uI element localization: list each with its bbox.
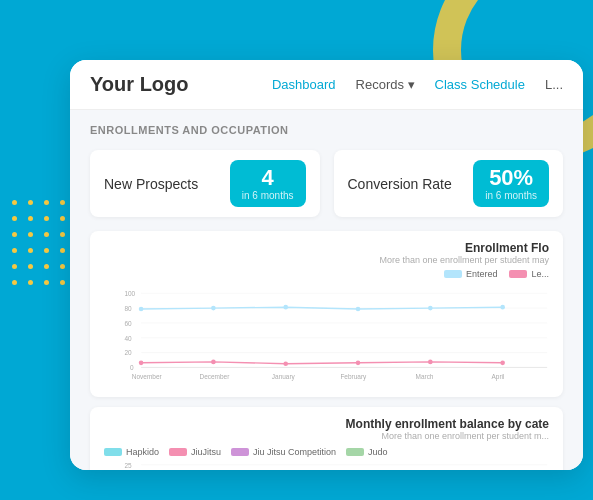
stat-card-prospects: New Prospects 4 in 6 months bbox=[90, 150, 320, 217]
svg-point-22 bbox=[428, 360, 433, 365]
legend-label-entered: Entered bbox=[466, 269, 498, 279]
stat-label-prospects: New Prospects bbox=[104, 176, 198, 192]
section-title: ENROLLMENTS AND OCCUPATION bbox=[90, 124, 563, 136]
legend-label-left: Le... bbox=[531, 269, 549, 279]
main-card: Your Logo Dashboard Records ▾ Class Sche… bbox=[70, 60, 583, 470]
svg-text:December: December bbox=[199, 373, 230, 380]
enrollment-chart-title: Enrollment Flo bbox=[104, 241, 549, 255]
monthly-chart-subtitle: More than one enrollment per student m..… bbox=[104, 431, 549, 441]
navbar: Your Logo Dashboard Records ▾ Class Sche… bbox=[70, 60, 583, 110]
enrollment-chart-legend: Entered Le... bbox=[104, 269, 549, 279]
enrollment-line-chart: 100 80 60 40 20 0 bbox=[104, 285, 549, 385]
svg-text:100: 100 bbox=[124, 290, 135, 297]
svg-text:0: 0 bbox=[130, 364, 134, 371]
legend-judo: Judo bbox=[346, 447, 388, 457]
nav-dashboard[interactable]: Dashboard bbox=[272, 77, 336, 92]
stats-row: New Prospects 4 in 6 months Conversion R… bbox=[90, 150, 563, 217]
svg-text:20: 20 bbox=[124, 350, 132, 357]
legend-color-left bbox=[509, 270, 527, 278]
legend-jiujitsu: JiuJitsu bbox=[169, 447, 221, 457]
enrollment-chart-subtitle: More than one enrollment per student may bbox=[104, 255, 549, 265]
monthly-chart-header: Monthly enrollment balance by cate More … bbox=[104, 417, 549, 441]
legend-color-jiujitsu-comp bbox=[231, 448, 249, 456]
svg-text:February: February bbox=[340, 373, 367, 381]
monthly-line-chart: 25 20 bbox=[104, 457, 549, 470]
svg-text:80: 80 bbox=[124, 305, 132, 312]
legend-jiujitsu-comp: Jiu Jitsu Competition bbox=[231, 447, 336, 457]
stat-value-box-prospects: 4 in 6 months bbox=[230, 160, 306, 207]
stat-value-conversion: 50% bbox=[485, 166, 537, 190]
legend-label-hapkido: Hapkido bbox=[126, 447, 159, 457]
svg-text:January: January bbox=[272, 373, 296, 381]
nav-links: Dashboard Records ▾ Class Schedule L... bbox=[272, 77, 563, 92]
enrollment-chart-header: Enrollment Flo More than one enrollment … bbox=[104, 241, 549, 265]
monthly-chart-legend: Hapkido JiuJitsu Jiu Jitsu Competition J… bbox=[104, 447, 549, 457]
legend-entered: Entered bbox=[444, 269, 498, 279]
legend-color-judo bbox=[346, 448, 364, 456]
legend-label-jiujitsu-comp: Jiu Jitsu Competition bbox=[253, 447, 336, 457]
content-area: ENROLLMENTS AND OCCUPATION New Prospects… bbox=[70, 110, 583, 470]
enrollment-chart-svg-wrap: 100 80 60 40 20 0 bbox=[104, 285, 549, 389]
stat-value-prospects: 4 bbox=[242, 166, 294, 190]
svg-point-18 bbox=[139, 361, 144, 366]
logo: Your Logo bbox=[90, 73, 189, 96]
stat-label-conversion: Conversion Rate bbox=[348, 176, 452, 192]
stat-card-conversion: Conversion Rate 50% in 6 months bbox=[334, 150, 564, 217]
stat-sub-conversion: in 6 months bbox=[485, 190, 537, 201]
svg-point-15 bbox=[356, 307, 361, 312]
legend-left: Le... bbox=[509, 269, 549, 279]
svg-text:25: 25 bbox=[124, 462, 132, 469]
nav-records[interactable]: Records ▾ bbox=[356, 77, 415, 92]
svg-text:60: 60 bbox=[124, 320, 132, 327]
legend-color-entered bbox=[444, 270, 462, 278]
nav-class-schedule[interactable]: Class Schedule bbox=[435, 77, 525, 92]
stat-sub-prospects: in 6 months bbox=[242, 190, 294, 201]
stat-value-box-conversion: 50% in 6 months bbox=[473, 160, 549, 207]
svg-point-17 bbox=[500, 305, 505, 310]
svg-point-20 bbox=[283, 362, 288, 367]
svg-point-13 bbox=[211, 306, 216, 311]
monthly-chart-title: Monthly enrollment balance by cate bbox=[104, 417, 549, 431]
legend-label-jiujitsu: JiuJitsu bbox=[191, 447, 221, 457]
svg-text:March: March bbox=[416, 373, 434, 380]
monthly-chart-section: Monthly enrollment balance by cate More … bbox=[90, 407, 563, 470]
legend-color-jiujitsu bbox=[169, 448, 187, 456]
legend-hapkido: Hapkido bbox=[104, 447, 159, 457]
svg-point-14 bbox=[283, 305, 288, 310]
nav-more[interactable]: L... bbox=[545, 77, 563, 92]
svg-text:40: 40 bbox=[124, 335, 132, 342]
svg-text:April: April bbox=[492, 373, 505, 381]
svg-point-12 bbox=[139, 307, 144, 312]
svg-point-21 bbox=[356, 361, 361, 366]
legend-color-hapkido bbox=[104, 448, 122, 456]
svg-text:November: November bbox=[132, 373, 163, 380]
svg-point-23 bbox=[500, 361, 505, 366]
enrollment-chart-section: Enrollment Flo More than one enrollment … bbox=[90, 231, 563, 397]
svg-point-16 bbox=[428, 306, 433, 311]
svg-point-19 bbox=[211, 360, 216, 365]
legend-label-judo: Judo bbox=[368, 447, 388, 457]
